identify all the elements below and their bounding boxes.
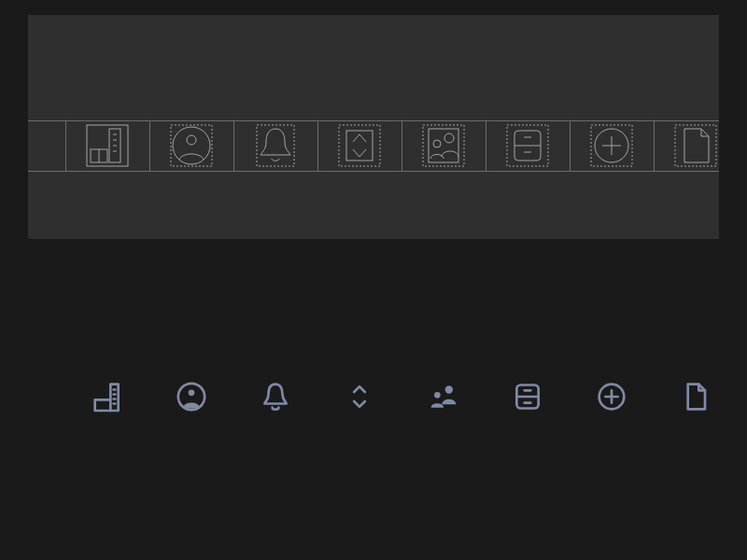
archive-drawer-icon[interactable] — [486, 125, 570, 166]
svg-point-9 — [173, 127, 210, 164]
svg-point-35 — [445, 385, 453, 393]
svg-rect-27 — [675, 125, 716, 166]
svg-rect-14 — [423, 125, 464, 166]
svg-rect-8 — [171, 125, 212, 166]
expand-collapse-icon[interactable] — [317, 125, 402, 166]
svg-point-34 — [189, 390, 195, 397]
svg-rect-13 — [346, 131, 373, 161]
account-circle-icon[interactable] — [149, 373, 233, 420]
svg-point-10 — [187, 135, 196, 145]
svg-rect-12 — [339, 125, 380, 166]
svg-point-17 — [433, 140, 441, 147]
file-icon[interactable] — [654, 373, 738, 420]
people-icon[interactable] — [402, 373, 486, 420]
account-circle-icon[interactable] — [149, 125, 233, 166]
svg-point-36 — [434, 392, 441, 399]
people-icon[interactable] — [402, 125, 486, 166]
solid-icon-row — [0, 373, 747, 448]
file-icon[interactable] — [654, 125, 738, 166]
wireframe-panel[interactable] — [28, 15, 719, 239]
wireframe-icon-row — [28, 125, 719, 172]
svg-point-16 — [444, 133, 454, 143]
archive-drawer-icon[interactable] — [486, 373, 570, 420]
add-circle-icon[interactable] — [570, 373, 654, 420]
expand-collapse-icon[interactable] — [317, 373, 402, 420]
add-circle-icon[interactable] — [570, 125, 654, 166]
building-icon[interactable] — [65, 125, 149, 166]
bell-icon[interactable] — [233, 125, 317, 166]
building-icon[interactable] — [65, 373, 149, 420]
svg-rect-11 — [257, 125, 294, 166]
bell-icon[interactable] — [233, 373, 317, 420]
